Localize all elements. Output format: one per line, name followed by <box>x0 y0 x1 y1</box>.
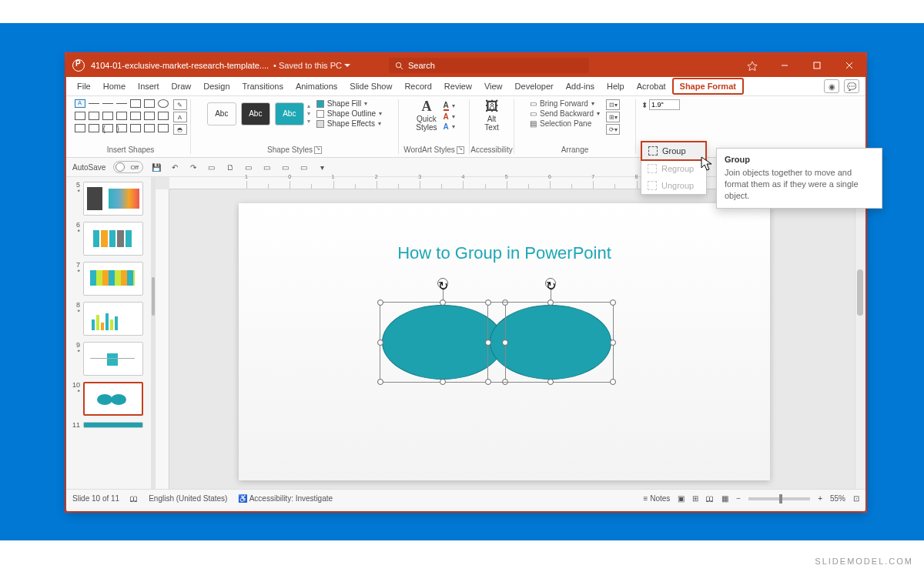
tab-slide-show[interactable]: Slide Show <box>343 77 398 95</box>
tab-addins[interactable]: Add-ins <box>560 77 601 95</box>
gallery-up-icon[interactable]: ▴ <box>307 102 310 109</box>
shape-effects-button[interactable]: Shape Effects▾ <box>316 119 382 128</box>
gallery-down-icon[interactable]: ▾ <box>307 110 310 117</box>
thumb-5[interactable] <box>83 182 143 216</box>
tab-home[interactable]: Home <box>97 77 132 95</box>
style-thumb-2[interactable]: Abc <box>241 102 270 125</box>
thumb-10[interactable] <box>83 382 143 416</box>
style-thumb-1[interactable]: Abc <box>207 102 236 125</box>
svg-rect-3 <box>814 62 820 69</box>
language-status[interactable]: English (United States) <box>149 494 227 503</box>
document-title: 4104-01-exclusive-market-research-templa… <box>91 61 269 70</box>
bring-forward-button[interactable]: ▭Bring Forward▾ <box>530 99 600 108</box>
group-label-arrange: Arrange <box>561 144 589 154</box>
status-bar: Slide 10 of 11 🕮 English (United States)… <box>66 489 865 507</box>
qat-more-icon[interactable]: ▾ <box>317 162 328 172</box>
accessibility-status[interactable]: ♿ Accessibility: Investigate <box>238 494 333 503</box>
ungroup-icon <box>648 181 657 190</box>
zoom-out-icon[interactable]: − <box>736 494 741 503</box>
zoom-slider[interactable] <box>748 497 810 500</box>
selection-pane-button[interactable]: ▤Selection Pane <box>530 119 600 128</box>
tab-developer[interactable]: Developer <box>509 77 560 95</box>
thumb-8[interactable] <box>83 302 143 336</box>
rotate-handle-icon[interactable]: ↻ <box>437 278 448 289</box>
text-effects-button[interactable]: A▾ <box>444 122 455 131</box>
merge-shapes-icon[interactable]: ◓ <box>173 124 187 135</box>
tab-draw[interactable]: Draw <box>166 77 198 95</box>
tab-record[interactable]: Record <box>398 77 437 95</box>
quick-styles-button[interactable]: A Quick Styles <box>413 99 440 132</box>
save-status[interactable]: • Saved to this PC <box>273 61 350 70</box>
view-sorter-icon[interactable]: ⊞ <box>692 494 698 503</box>
qat-icon-1[interactable]: ▭ <box>206 162 217 172</box>
qat-icon-3[interactable]: ▭ <box>243 162 254 172</box>
shape-outline-button[interactable]: Shape Outline▾ <box>316 109 382 118</box>
minimize-button[interactable] <box>768 54 801 77</box>
save-icon[interactable]: 💾 <box>151 162 162 172</box>
style-gallery[interactable]: Abc Abc Abc <box>207 102 304 125</box>
dialog-launcher-icon[interactable] <box>314 146 322 154</box>
dialog-launcher-icon[interactable] <box>457 146 464 154</box>
view-reading-icon[interactable]: 🕮 <box>706 494 714 503</box>
slide-counter[interactable]: Slide 10 of 11 <box>72 494 119 503</box>
edit-shape-icon[interactable]: ✎ <box>173 99 187 110</box>
group-button[interactable]: ⊞▾ <box>606 112 620 122</box>
thumb-11[interactable] <box>83 422 143 428</box>
notes-button[interactable]: ≡ Notes <box>644 494 671 503</box>
title-bar: 4104-01-exclusive-market-research-templa… <box>66 54 865 77</box>
qat-icon-4[interactable]: ▭ <box>262 162 273 172</box>
thumb-9[interactable] <box>83 342 143 376</box>
fill-swatch-icon <box>316 100 324 108</box>
fit-to-window-icon[interactable]: ⊡ <box>853 494 859 503</box>
spelling-icon[interactable]: 🕮 <box>130 494 138 503</box>
tab-animations[interactable]: Animations <box>290 77 343 95</box>
shape-fill-button[interactable]: Shape Fill▾ <box>316 99 382 108</box>
tab-transitions[interactable]: Transitions <box>236 77 290 95</box>
comments-icon[interactable]: 💬 <box>844 79 859 93</box>
undo-icon[interactable]: ↶ <box>169 162 180 172</box>
qat-icon-5[interactable]: ▭ <box>280 162 291 172</box>
thumb-7[interactable] <box>83 262 143 296</box>
close-button[interactable] <box>833 54 865 77</box>
tab-help[interactable]: Help <box>601 77 631 95</box>
thumb-6[interactable] <box>83 222 143 256</box>
maximize-button[interactable] <box>801 54 833 77</box>
autosave-toggle[interactable]: Off <box>113 161 143 173</box>
zoom-in-icon[interactable]: + <box>818 494 822 503</box>
tab-view[interactable]: View <box>478 77 509 95</box>
selection-box-2[interactable]: ↻ <box>487 302 614 383</box>
align-button[interactable]: ⊟▾ <box>606 99 620 110</box>
shapes-gallery[interactable]: A {} <box>75 99 170 135</box>
tab-shape-format[interactable]: Shape Format <box>672 78 744 95</box>
redo-icon[interactable]: ↷ <box>188 162 199 172</box>
ribbon-display-icon[interactable] <box>736 54 768 77</box>
style-thumb-3[interactable]: Abc <box>275 102 304 125</box>
text-box-icon[interactable]: A <box>173 112 187 122</box>
height-input[interactable] <box>649 99 680 110</box>
qat-icon-2[interactable]: 🗋 <box>225 162 236 172</box>
rotate-button[interactable]: ⟳▾ <box>606 124 620 135</box>
search-input[interactable]: Search <box>389 58 589 73</box>
rotate-handle-icon[interactable]: ↻ <box>545 278 556 289</box>
tab-review[interactable]: Review <box>438 77 478 95</box>
alt-text-button[interactable]: 🖼 Alt Text <box>481 99 501 132</box>
slide-thumbnails[interactable]: 5* 6* 7* 8* 9* 10* 11 <box>66 177 151 489</box>
slide-canvas[interactable]: How to Group in PowerPoint ↻ ↻ <box>177 197 839 481</box>
tab-acrobat[interactable]: Acrobat <box>631 77 672 95</box>
send-backward-button[interactable]: ▭Send Backward▾ <box>530 109 600 118</box>
gallery-more-icon[interactable]: ▾ <box>307 118 310 125</box>
tab-design[interactable]: Design <box>197 77 236 95</box>
text-outline-button[interactable]: A▾ <box>444 112 455 121</box>
view-slideshow-icon[interactable]: ▦ <box>721 494 728 503</box>
menu-item-group[interactable]: Group <box>641 141 707 161</box>
zoom-level[interactable]: 55% <box>830 494 845 503</box>
powerpoint-window: 4104-01-exclusive-market-research-templa… <box>66 54 865 511</box>
qat-icon-6[interactable]: ▭ <box>299 162 310 172</box>
vertical-scrollbar[interactable] <box>855 177 865 489</box>
view-normal-icon[interactable]: ▣ <box>678 494 685 503</box>
tab-file[interactable]: File <box>71 77 97 95</box>
record-icon[interactable]: ◉ <box>824 79 839 93</box>
group-wordart-styles: A Quick Styles A▾ A▾ A▾ WordArt Styles <box>399 99 470 154</box>
tab-insert[interactable]: Insert <box>132 77 166 95</box>
text-fill-button[interactable]: A▾ <box>444 101 455 111</box>
